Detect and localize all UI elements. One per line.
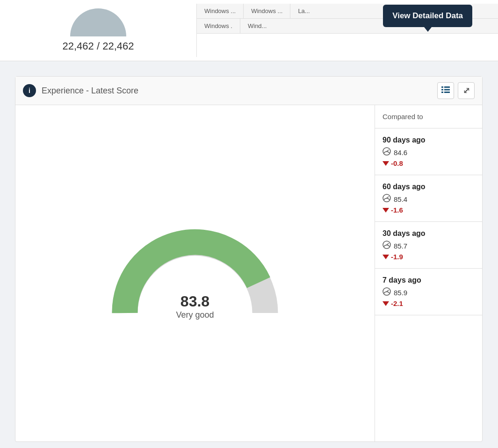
info-icon: i [23,84,36,97]
comparison-sidebar: Compared to 90 days ago 84.6 -0.8 [375,105,482,441]
svg-rect-4 [441,92,443,93]
view-detailed-data-tooltip[interactable]: View Detailed Data [383,5,472,27]
comparison-period-60: 60 days ago [383,183,475,191]
comparison-period-30: 30 days ago [383,229,475,238]
down-triangle-90 [383,161,389,166]
change-value-90: -0.8 [391,159,403,167]
card-title: Experience - Latest Score [42,86,437,96]
svg-rect-3 [444,89,450,91]
speedometer-icon-7 [383,287,391,298]
gauge-chart: 83.8 Very good [111,222,279,325]
comparison-item-90: 90 days ago 84.6 -0.8 [375,128,482,175]
circle-bg [70,8,126,36]
comparison-score-7: 85.9 [383,287,475,298]
down-triangle-7 [383,301,389,306]
svg-line-9 [387,197,389,198]
gauge-text: 83.8 Very good [176,293,214,320]
tab-5[interactable]: Wind... [240,19,274,33]
comparison-change-30: -1.9 [383,253,475,261]
expand-button[interactable]: ⤢ [458,82,475,99]
change-value-60: -1.6 [391,206,403,214]
comparison-header: Compared to [375,105,482,128]
list-view-button[interactable] [437,82,454,99]
score-value-90: 84.6 [394,149,407,156]
score-value-7: 85.9 [394,289,407,297]
svg-rect-5 [444,92,450,93]
top-section: 22,462 / 22,462 Windows ... Windows ... … [0,0,498,61]
card-title-main: Experience [42,86,84,95]
comparison-period-7: 7 days ago [383,276,475,284]
change-value-7: -2.1 [391,299,403,307]
speedometer-icon-30 [383,241,391,251]
down-triangle-30 [383,255,389,259]
experience-card: i Experience - Latest Score [15,76,483,442]
svg-line-11 [387,243,389,245]
score-value-30: 85.7 [394,242,407,250]
tab-4[interactable]: Windows . [197,19,240,33]
tab-1[interactable]: Windows ... [197,4,244,18]
gauge-wrapper: 83.8 Very good [111,222,279,325]
expand-icon: ⤢ [463,85,470,96]
svg-rect-1 [444,86,450,88]
comparison-period-90: 90 days ago [383,136,475,144]
list-icon [441,86,450,95]
svg-line-7 [387,150,389,151]
comparison-change-90: -0.8 [383,159,475,167]
svg-rect-0 [441,86,443,88]
card-title-suffix: - Latest Score [84,86,138,95]
tab-3[interactable]: La... [290,4,317,18]
comparison-score-90: 84.6 [383,147,475,157]
comparison-change-7: -2.1 [383,299,475,307]
comparison-item-60: 60 days ago 85.4 -1.6 [375,175,482,222]
comparison-item-7: 7 days ago 85.9 -2.1 [375,269,482,315]
down-triangle-60 [383,208,389,213]
page-content: i Experience - Latest Score [0,61,498,448]
svg-rect-2 [441,89,443,91]
tab-2[interactable]: Windows ... [244,4,290,18]
comparison-change-60: -1.6 [383,206,475,214]
speedometer-icon-90 [383,147,391,157]
gauge-area: 83.8 Very good [15,105,375,441]
left-stat-area: 22,462 / 22,462 [0,4,196,57]
speedometer-icon-60 [383,194,391,204]
header-buttons: ⤢ [437,82,475,99]
gauge-label: Very good [176,310,214,320]
comparison-item-30: 30 days ago 85.7 -1.9 [375,222,482,269]
svg-line-13 [387,290,389,292]
tooltip-container: View Detailed Data [383,5,472,27]
comparison-score-30: 85.7 [383,241,475,251]
card-header: i Experience - Latest Score [15,77,482,105]
comparison-score-60: 85.4 [383,194,475,204]
score-value-60: 85.4 [394,195,407,203]
gauge-score: 83.8 [176,293,214,310]
card-body: 83.8 Very good Compared to 90 days ago 8 [15,105,482,441]
stat-number: 22,462 / 22,462 [63,40,134,52]
change-value-30: -1.9 [391,253,403,261]
circle-chart [70,8,126,36]
